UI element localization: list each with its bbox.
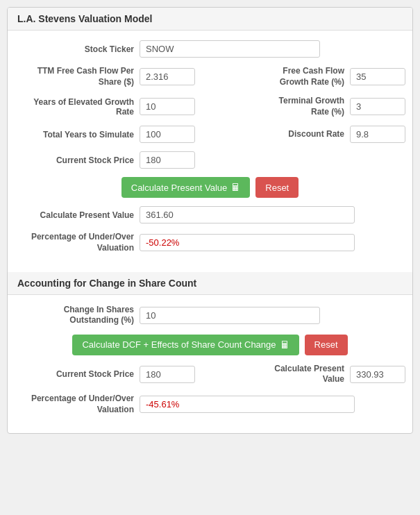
calculate-dcf-button-label: Calculate DCF + Effects of Share Count C… — [82, 339, 276, 350]
calculator-icon-2: 🖩 — [280, 339, 289, 351]
current-stock-price-input[interactable] — [140, 151, 195, 169]
fcf-growth-group: Free Cash Flow Growth Rate (%) — [260, 66, 405, 87]
pct2-valuation-label: Percentage of Under/Over Valuation — [15, 394, 140, 415]
calc-pv-result[interactable] — [140, 206, 355, 223]
pct2-valuation-row: Percentage of Under/Over Valuation — [15, 394, 405, 415]
app-container: L.A. Stevens Valuation Model Stock Ticke… — [7, 7, 413, 434]
ttm-label: TTM Free Cash Flow Per Share ($) — [15, 66, 140, 87]
csp2-input[interactable] — [140, 366, 195, 383]
pct-valuation-row: Percentage of Under/Over Valuation — [15, 232, 405, 253]
reset-button[interactable]: Reset — [255, 177, 299, 198]
change-shares-row: Change In Shares Outstanding (%) — [15, 305, 405, 326]
section2-header: Accounting for Change in Share Count — [8, 272, 412, 295]
change-shares-input[interactable] — [140, 307, 320, 324]
years-row: Years of Elevated Growth Rate Terminal G… — [15, 96, 405, 117]
terminal-growth-group: Terminal Growth Rate (%) — [260, 96, 405, 117]
calculator-icon: 🖩 — [230, 182, 240, 193]
ttm-input[interactable] — [140, 68, 195, 85]
section2-body: Change In Shares Outstanding (%) Calcula… — [8, 295, 412, 434]
reset-button-2-label: Reset — [314, 339, 338, 350]
stock-ticker-input[interactable] — [140, 40, 320, 58]
section1-body: Stock Ticker TTM Free Cash Flow Per Shar… — [8, 31, 412, 272]
pct-valuation-label: Percentage of Under/Over Valuation — [15, 232, 140, 253]
reset-button-2[interactable]: Reset — [305, 335, 348, 355]
pct-valuation-result[interactable] — [140, 234, 355, 251]
years-elevated-input[interactable] — [140, 98, 195, 115]
discount-rate-label: Discount Rate — [260, 129, 350, 140]
discount-rate-group: Discount Rate — [260, 126, 405, 143]
buttons-row: Calculate Present Value 🖩 Reset — [15, 177, 405, 198]
stock-ticker-row: Stock Ticker — [15, 40, 405, 58]
csp2-label: Current Stock Price — [15, 369, 140, 379]
reset-button-label: Reset — [265, 183, 289, 193]
total-years-row: Total Years to Simulate Discount Rate — [15, 126, 405, 143]
stock-ticker-label: Stock Ticker — [15, 44, 140, 54]
terminal-growth-input[interactable] — [350, 98, 405, 115]
ttm-row: TTM Free Cash Flow Per Share ($) Free Ca… — [15, 66, 405, 87]
calculate-dcf-button[interactable]: Calculate DCF + Effects of Share Count C… — [72, 335, 299, 355]
years-elevated-label: Years of Elevated Growth Rate — [15, 97, 140, 117]
calc-pv-label: Calculate Present Value — [15, 210, 140, 220]
discount-rate-input[interactable] — [350, 126, 405, 143]
current-stock-price-label: Current Stock Price — [15, 155, 140, 165]
total-years-label: Total Years to Simulate — [15, 130, 140, 140]
calc-pv-row: Calculate Present Value — [15, 206, 405, 223]
calculate-button[interactable]: Calculate Present Value 🖩 — [121, 177, 251, 198]
total-years-input[interactable] — [140, 126, 195, 143]
calculate-button-label: Calculate Present Value — [131, 183, 228, 193]
terminal-growth-label: Terminal Growth Rate (%) — [260, 96, 350, 117]
fcf-growth-input[interactable] — [350, 68, 405, 85]
calc-pv2-result[interactable] — [350, 366, 405, 383]
section1-title: L.A. Stevens Valuation Model — [17, 13, 152, 24]
current-stock-price-row: Current Stock Price — [15, 151, 405, 169]
change-shares-label: Change In Shares Outstanding (%) — [15, 305, 140, 326]
buttons-row-2: Calculate DCF + Effects of Share Count C… — [15, 335, 405, 355]
calc-pv2-label: Calculate Present Value — [260, 364, 350, 385]
pct2-valuation-result[interactable] — [140, 396, 355, 413]
calc-pv2-group: Calculate Present Value — [260, 364, 405, 385]
csp2-row: Current Stock Price Calculate Present Va… — [15, 364, 405, 385]
section2-title: Accounting for Change in Share Count — [17, 278, 196, 289]
fcf-growth-label: Free Cash Flow Growth Rate (%) — [260, 66, 350, 87]
section1-header: L.A. Stevens Valuation Model — [8, 8, 412, 31]
